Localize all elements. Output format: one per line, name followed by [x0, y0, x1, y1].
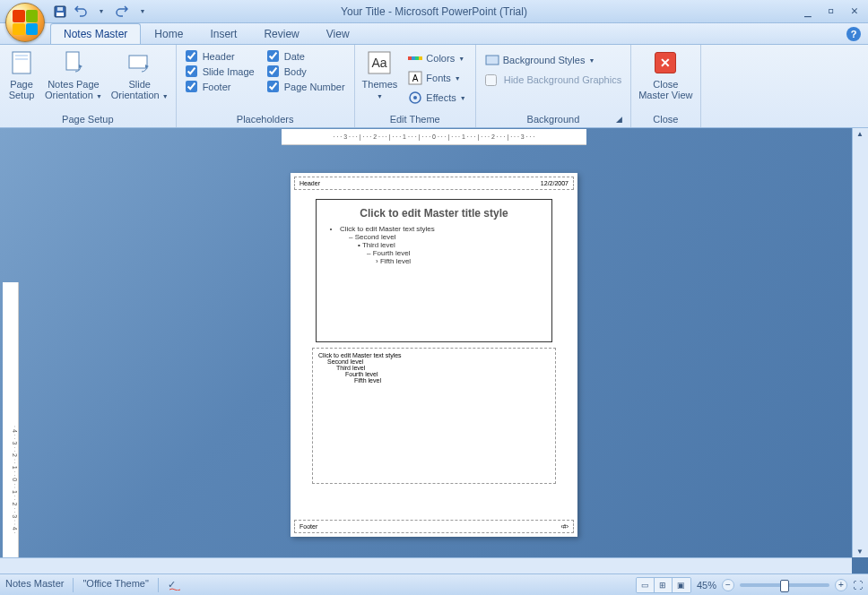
themes-button[interactable]: Aa Themes▼ — [359, 47, 402, 102]
slide-orientation-icon — [126, 48, 154, 77]
master-title[interactable]: Click to edit Master title style — [327, 207, 541, 220]
background-styles-icon — [485, 53, 499, 67]
svg-rect-5 — [15, 58, 28, 60]
svg-rect-10 — [408, 56, 412, 60]
horizontal-scrollbar[interactable] — [0, 557, 852, 573]
slide-orientation-button[interactable]: Slide Orientation ▼ — [108, 47, 172, 102]
effects-button[interactable]: Effects ▼ — [404, 88, 469, 108]
vertical-ruler: · 4 · · 3 · · 2 · · 1 · · 0 · · 1 · · 2 … — [3, 282, 19, 573]
svg-rect-7 — [129, 56, 147, 68]
status-bar: Notes Master "Office Theme" ✓ ▭ ⊞ ▣ 45% … — [0, 573, 868, 595]
svg-text:✓: ✓ — [168, 579, 176, 590]
group-label-close: Close — [635, 112, 696, 127]
fonts-icon: A — [408, 71, 422, 85]
save-icon[interactable] — [50, 2, 70, 22]
svg-rect-18 — [486, 56, 499, 65]
themes-icon: Aa — [365, 48, 394, 77]
undo-icon[interactable] — [71, 2, 91, 22]
group-label-edit-theme: Edit Theme — [359, 112, 472, 127]
help-icon[interactable]: ? — [846, 27, 861, 41]
ribbon: Page Setup Notes Page Orientation ▼ Slid… — [0, 45, 868, 128]
tab-notes-master[interactable]: Notes Master — [50, 23, 141, 44]
zoom-out-button[interactable]: − — [722, 579, 734, 591]
slideshow-button[interactable]: ▣ — [673, 578, 690, 592]
title-bar: ▼ ▼ Your Title - Microsoft PowerPoint (T… — [0, 0, 868, 23]
background-launcher-icon[interactable]: ◢ — [612, 113, 625, 125]
notes-page-orientation-button[interactable]: Notes Page Orientation ▼ — [41, 47, 106, 102]
normal-view-button[interactable]: ▭ — [637, 578, 655, 592]
status-view-mode: Notes Master — [5, 578, 64, 592]
svg-rect-2 — [57, 7, 63, 11]
window-title: Your Title - Microsoft PowerPoint (Trial… — [341, 5, 527, 18]
close-master-view-button[interactable]: ✕ Close Master View — [635, 47, 696, 102]
ribbon-tabs: Notes Master Home Insert Review View ? — [0, 23, 868, 45]
quick-access-toolbar: ▼ ▼ — [50, 2, 152, 22]
status-theme: "Office Theme" — [82, 578, 148, 592]
checkbox-footer[interactable]: Footer — [186, 81, 255, 92]
colors-button[interactable]: Colors ▼ — [404, 48, 469, 68]
tab-review[interactable]: Review — [250, 23, 312, 44]
tab-view[interactable]: View — [313, 23, 363, 44]
checkbox-page-number[interactable]: Page Number — [267, 81, 345, 92]
colors-icon — [408, 51, 422, 65]
slide-sorter-button[interactable]: ⊞ — [655, 578, 673, 592]
minimize-button[interactable]: _ — [798, 2, 818, 18]
undo-dropdown-icon[interactable]: ▼ — [91, 2, 111, 22]
page-number-placeholder[interactable]: ‹#› — [498, 522, 569, 530]
svg-point-17 — [413, 96, 417, 99]
checkbox-hide-bg-graphics[interactable]: Hide Background Graphics — [482, 70, 625, 90]
footer-placeholder[interactable]: Footer — [299, 522, 370, 530]
checkbox-header[interactable]: Header — [186, 50, 255, 62]
redo-icon[interactable] — [112, 2, 132, 22]
svg-rect-6 — [66, 52, 79, 70]
orientation-icon — [59, 48, 88, 77]
checkbox-date[interactable]: Date — [267, 50, 345, 62]
svg-rect-11 — [412, 56, 415, 60]
tab-home[interactable]: Home — [141, 23, 196, 44]
fonts-button[interactable]: AFonts ▼ — [404, 68, 469, 88]
qat-customize-icon[interactable]: ▼ — [133, 2, 152, 22]
svg-text:Aa: Aa — [372, 56, 387, 70]
checkbox-body[interactable]: Body — [267, 65, 345, 77]
page-setup-button[interactable]: Page Setup — [4, 47, 39, 102]
date-placeholder[interactable]: 12/2/2007 — [498, 179, 569, 187]
effects-icon — [408, 91, 422, 105]
group-label-placeholders: Placeholders — [180, 112, 351, 127]
horizontal-ruler: · · · 3 · · · | · · · 2 · · · | · · · 1 … — [282, 129, 586, 145]
master-text-body[interactable]: Click to edit Master text styles Second … — [327, 225, 541, 265]
close-button[interactable]: ✕ — [845, 2, 864, 18]
tab-insert[interactable]: Insert — [196, 23, 250, 44]
group-label-background: Background◢ — [480, 112, 627, 127]
checkbox-slide-image[interactable]: Slide Image — [186, 65, 255, 77]
slide-image-placeholder[interactable]: Click to edit Master title style Click t… — [316, 199, 552, 342]
view-buttons: ▭ ⊞ ▣ — [636, 577, 691, 593]
svg-rect-13 — [419, 56, 422, 60]
fit-to-window-button[interactable]: ⛶ — [853, 580, 863, 591]
background-styles-button[interactable]: Background Styles ▼ — [482, 50, 625, 70]
zoom-slider[interactable] — [740, 583, 829, 587]
restore-button[interactable]: ▫ — [821, 2, 841, 18]
group-label-page-setup: Page Setup — [4, 112, 172, 127]
zoom-percent[interactable]: 45% — [697, 580, 716, 591]
workspace: · · · 3 · · · | · · · 2 · · · | · · · 1 … — [0, 128, 868, 573]
spellcheck-icon[interactable]: ✓ — [168, 578, 182, 592]
zoom-in-button[interactable]: + — [835, 579, 847, 591]
notes-body-placeholder[interactable]: Click to edit Master text styles Second … — [312, 348, 556, 484]
header-placeholder[interactable]: Header — [299, 179, 370, 187]
svg-rect-4 — [15, 55, 28, 56]
svg-rect-12 — [415, 56, 419, 60]
svg-text:A: A — [412, 73, 419, 83]
office-button[interactable] — [5, 3, 45, 42]
notes-master-page[interactable]: Header 12/2/2007 Click to edit Master ti… — [291, 173, 577, 537]
page-setup-icon — [7, 48, 36, 77]
vertical-scrollbar[interactable] — [852, 128, 868, 557]
close-icon: ✕ — [655, 52, 676, 73]
svg-rect-1 — [56, 13, 64, 16]
